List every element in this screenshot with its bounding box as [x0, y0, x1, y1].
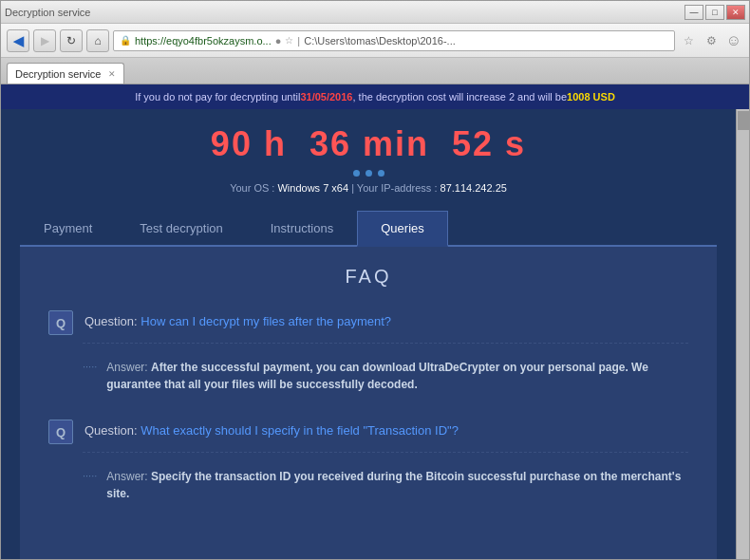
faq-item-2: Q Question: What exactly should I specif… [48, 420, 688, 502]
refresh-button[interactable]: ↻ [60, 29, 83, 52]
answer-body-1: After the successful payment, you can do… [106, 361, 648, 391]
address-bar[interactable]: 🔒 https://eqyo4fbr5okzaysm.o... ● ☆ | C:… [113, 30, 675, 51]
tab-payment[interactable]: Payment [20, 211, 116, 245]
scrollbar-thumb[interactable] [738, 111, 749, 130]
faq-answer-row-1: ····· Answer: After the successful payme… [48, 359, 688, 393]
timer-hours: 90 [211, 124, 253, 163]
ip-label: | Your IP-address : [351, 182, 437, 194]
answer-text-1: Answer: After the successful payment, yo… [106, 359, 688, 393]
timer-display: 90 h 36 min 52 s [20, 124, 717, 164]
tab-close-icon[interactable]: ✕ [108, 69, 116, 79]
question-text-1: Question: How can I decrypt my files aft… [84, 310, 391, 328]
forward-button[interactable]: ▶ [33, 29, 56, 52]
tab-instructions[interactable]: Instructions [247, 211, 357, 245]
warning-text-middle: , the decryption cost will increase 2 an… [352, 91, 567, 103]
faq-question-row-2: Q Question: What exactly should I specif… [48, 420, 688, 444]
content-area: 90 h 36 min 52 s Your OS : Windows 7 x64… [1, 109, 736, 559]
system-info: Your OS : Windows 7 x64 | Your IP-addres… [20, 182, 717, 194]
answer-prefix-2: Answer: [106, 470, 147, 483]
timer-dots [20, 170, 717, 177]
question-label-1: Question: [84, 314, 138, 328]
browser-window: Decryption service — □ ✕ ◀ ▶ ↻ ⌂ 🔒 https… [0, 0, 750, 560]
warning-price: 1008 USD [567, 91, 615, 103]
ip-value: 87.114.242.25 [441, 182, 507, 194]
timer-sep2: min [363, 124, 429, 163]
os-label: Your OS : [230, 182, 274, 194]
faq-answer-row-2: ····· Answer: Specify the transaction ID… [48, 468, 688, 502]
timer-sep3: s [505, 124, 526, 163]
title-bar: Decryption service — □ ✕ [1, 1, 749, 24]
answer-text-2: Answer: Specify the transaction ID you r… [106, 468, 688, 502]
tab-queries[interactable]: Queries [357, 211, 448, 247]
maximize-button[interactable]: □ [705, 5, 724, 20]
tab-test-decryption[interactable]: Test decryption [116, 211, 246, 245]
browser-tab-bar: Decryption service ✕ [1, 58, 749, 84]
nav-tabs: Payment Test decryption Instructions Que… [20, 211, 717, 247]
answer-dashes-2: ····· [83, 468, 97, 481]
warning-date: 31/05/2016 [300, 91, 352, 103]
minimize-button[interactable]: — [684, 5, 703, 20]
home-button[interactable]: ⌂ [86, 29, 109, 52]
os-value: Windows 7 x64 [277, 182, 348, 194]
faq-item-1: Q Question: How can I decrypt my files a… [48, 310, 688, 393]
browser-tab-label: Decryption service [15, 68, 101, 80]
file-path: C:\Users\tomas\Desktop\2016-... [304, 35, 456, 47]
answer-body-2: Specify the transaction ID you received … [106, 470, 681, 500]
faq-divider-1 [83, 343, 688, 344]
timer-dot-3 [378, 170, 384, 177]
faq-divider-2 [83, 452, 688, 453]
url-text: https://eqyo4fbr5okzaysm.o... [135, 35, 272, 47]
q-badge-2: Q [48, 420, 73, 444]
question-label-2: Question: [84, 423, 138, 438]
question-value-2: What exactly should I specify in the fie… [141, 423, 459, 438]
scrollbar[interactable] [736, 109, 749, 559]
star-icon[interactable]: ☆ [679, 31, 698, 50]
title-bar-left: Decryption service [5, 7, 90, 18]
question-value-1: How can I decrypt my files after the pay… [141, 314, 391, 328]
q-badge-1: Q [48, 310, 73, 335]
timer-seconds: 52 [452, 124, 494, 163]
settings-icon[interactable]: ⚙ [702, 31, 721, 50]
faq-title: FAQ [48, 266, 688, 288]
window-controls: — □ ✕ [684, 5, 745, 20]
answer-dashes-1: ····· [83, 359, 97, 372]
timer-section: 90 h 36 min 52 s Your OS : Windows 7 x64… [1, 109, 736, 203]
browser-content: 90 h 36 min 52 s Your OS : Windows 7 x64… [1, 109, 749, 559]
back-button[interactable]: ◀ [7, 29, 29, 52]
question-text-2: Question: What exactly should I specify … [84, 420, 459, 438]
timer-minutes: 36 [309, 124, 351, 163]
timer-dot-1 [353, 170, 360, 177]
menu-icon[interactable]: ☺ [724, 31, 743, 50]
window-title: Decryption service [5, 7, 90, 18]
browser-tab-decryption[interactable]: Decryption service ✕ [7, 63, 124, 84]
close-button[interactable]: ✕ [726, 5, 745, 20]
faq-question-row-1: Q Question: How can I decrypt my files a… [48, 310, 688, 335]
browser-toolbar: ◀ ▶ ↻ ⌂ 🔒 https://eqyo4fbr5okzaysm.o... … [1, 24, 749, 58]
warning-text-before: If you do not pay for decrypting until [135, 91, 300, 103]
answer-prefix-1: Answer: [106, 361, 147, 374]
toolbar-icons: ☆ ⚙ ☺ [679, 31, 743, 50]
warning-bar: If you do not pay for decrypting until 3… [1, 84, 749, 109]
faq-section: FAQ Q Question: How can I decrypt my fil… [20, 247, 717, 559]
timer-dot-2 [366, 170, 372, 177]
timer-sep1: h [264, 124, 287, 163]
